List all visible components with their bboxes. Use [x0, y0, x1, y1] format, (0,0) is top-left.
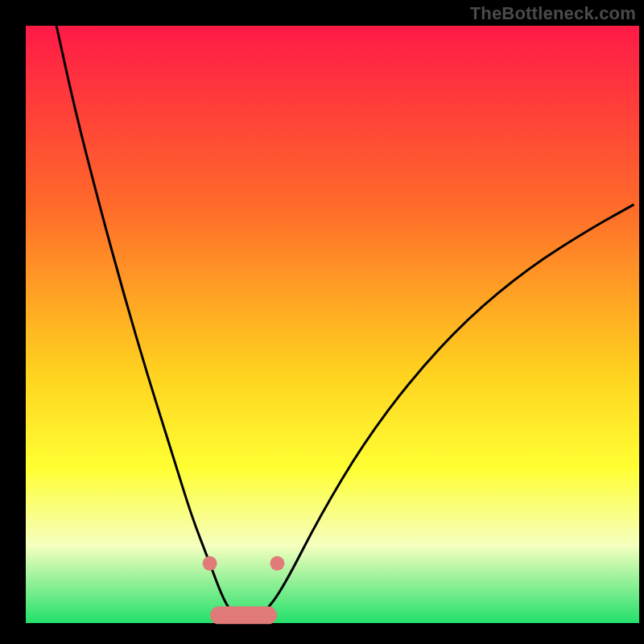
marker-dot-left — [203, 556, 217, 571]
marker-dot-right — [270, 556, 284, 571]
watermark-text: TheBottleneck.com — [470, 3, 636, 24]
plot-background — [26, 26, 639, 623]
bottleneck-chart — [0, 0, 644, 644]
chart-frame: TheBottleneck.com — [0, 0, 644, 644]
